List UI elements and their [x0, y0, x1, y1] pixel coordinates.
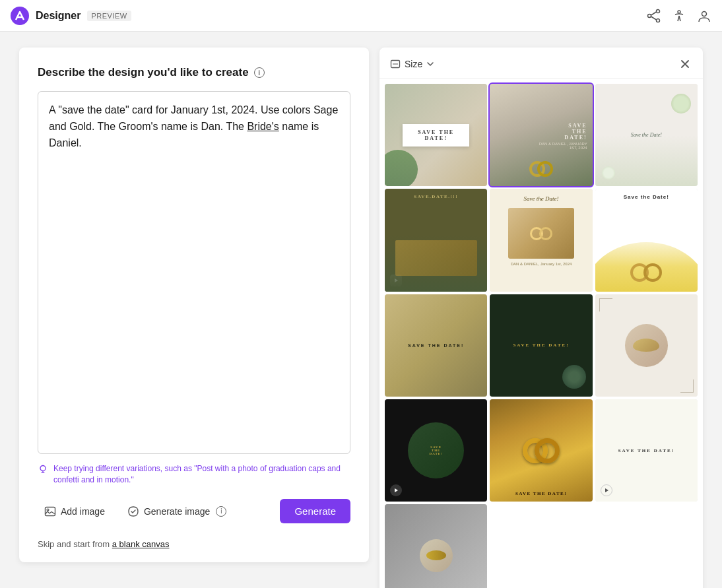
design-card-2[interactable]: SAVE THE DATE! DAN & DANIEL, JANUARY 1ST…: [490, 84, 592, 186]
size-icon: [390, 59, 401, 69]
profile-icon[interactable]: [697, 9, 711, 23]
header: Designer PREVIEW: [0, 0, 722, 32]
logo-icon: [11, 7, 29, 25]
main-content: Describe the design you'd like to create…: [0, 32, 722, 588]
generate-button[interactable]: Generate: [280, 499, 350, 523]
generate-image-icon: [127, 506, 139, 517]
preview-badge: PREVIEW: [87, 11, 131, 21]
video-badge-icon-2: [603, 487, 610, 494]
app-title: Designer: [36, 10, 81, 22]
skip-text: Skip and start from: [38, 539, 110, 549]
header-left: Designer PREVIEW: [11, 7, 131, 25]
blank-canvas-link[interactable]: a blank canvas: [112, 539, 170, 549]
design-card-8[interactable]: SAVE THE DATE!: [490, 294, 592, 397]
svg-marker-16: [605, 488, 608, 492]
svg-point-11: [47, 509, 49, 511]
header-right: [647, 9, 711, 23]
design-card-6[interactable]: Save the Date!: [595, 189, 698, 291]
right-panel: Size SAVE THE DATE!: [379, 48, 703, 588]
generate-image-button[interactable]: Generate image i: [121, 502, 233, 521]
svg-point-2: [648, 14, 651, 17]
design-grid: SAVE THE DATE! SAVE THE DATE! DAN & DANI…: [379, 79, 703, 588]
right-panel-header: Size: [379, 48, 703, 79]
design-card-3[interactable]: Save the Date!: [595, 84, 698, 186]
generate-info-icon[interactable]: i: [216, 506, 226, 517]
action-row: Add image Generate image i Generate: [38, 499, 350, 523]
prompt-text: A "save the date" card for January 1st, …: [49, 102, 339, 151]
svg-marker-15: [395, 488, 398, 492]
svg-point-0: [11, 7, 29, 25]
svg-point-7: [702, 11, 707, 16]
svg-line-4: [651, 12, 657, 15]
svg-point-3: [657, 18, 660, 22]
hint-row: Keep trying different variations, such a…: [38, 463, 350, 486]
design-card-13[interactable]: [385, 504, 487, 588]
video-badge-icon: [393, 487, 399, 494]
design-card-11[interactable]: SAVE THE DATE!: [490, 399, 592, 502]
generate-image-label: Generate image: [144, 506, 210, 517]
add-image-label: Add image: [61, 506, 105, 517]
bride-link: Bride's: [247, 121, 279, 132]
svg-line-5: [651, 16, 657, 20]
add-image-icon: [44, 506, 56, 517]
bulb-icon: [38, 464, 48, 474]
svg-point-6: [678, 11, 680, 13]
svg-rect-10: [46, 507, 55, 515]
design-card-4[interactable]: SAVE.DATE.!!!: [385, 189, 487, 291]
design-card-1[interactable]: SAVE THE DATE!: [385, 84, 487, 186]
size-dropdown-button[interactable]: Size: [390, 59, 434, 69]
design-card-10[interactable]: SAVETHEDATE!: [385, 399, 487, 502]
bottom-link: Skip and start from a blank canvas: [38, 523, 350, 549]
close-button[interactable]: [678, 57, 692, 71]
accessibility-icon[interactable]: [672, 9, 686, 23]
design-card-7[interactable]: SAVE THE DATE!: [385, 294, 487, 397]
design-card-12[interactable]: SAVE THE DATE!: [595, 399, 698, 502]
panel-title-text: Describe the design you'd like to create: [38, 66, 249, 79]
svg-point-1: [657, 9, 660, 13]
add-image-button[interactable]: Add image: [38, 502, 112, 521]
left-panel: Describe the design you'd like to create…: [19, 48, 369, 562]
svg-point-8: [40, 466, 46, 471]
design-card-9[interactable]: [595, 294, 698, 397]
share-icon[interactable]: [647, 9, 661, 23]
prompt-textarea[interactable]: A "save the date" card for January 1st, …: [38, 91, 350, 454]
panel-title: Describe the design you'd like to create…: [38, 66, 350, 79]
chevron-down-icon: [426, 60, 434, 68]
info-icon[interactable]: i: [254, 67, 265, 78]
close-icon: [679, 58, 691, 70]
hint-text: Keep trying different variations, such a…: [53, 463, 350, 486]
size-label: Size: [405, 59, 422, 69]
design-card-5[interactable]: Save the Date! DAN & DANIEL, January 1st…: [490, 189, 592, 291]
